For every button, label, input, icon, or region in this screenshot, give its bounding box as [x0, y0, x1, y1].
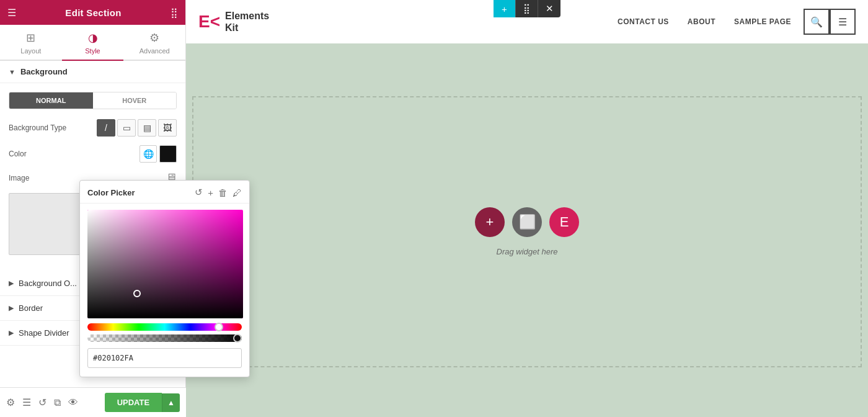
left-panel: ☰ Edit Section ⣿ ⊞ Layout ◑ Style ⚙ Adva… — [0, 0, 186, 417]
nav-sample-page[interactable]: SAMPLE PAGE — [734, 17, 791, 26]
chevron-down-icon: ▼ — [9, 68, 16, 76]
page-container: + ⬜ E Drag widget here — [192, 96, 862, 367]
hue-slider[interactable] — [87, 323, 185, 331]
background-type-options: / ▭ ▤ 🖼 — [97, 119, 177, 137]
chevron-right-icon-2: ▶ — [9, 304, 14, 312]
bg-type-gradient[interactable]: ▤ — [138, 119, 156, 137]
chevron-right-icon: ▶ — [9, 279, 14, 287]
logo-text: ElementsKit — [225, 10, 269, 34]
normal-hover-tabs: NORMAL HOVER — [9, 92, 177, 109]
color-controls: 🌐 — [140, 145, 177, 163]
color-swatch[interactable] — [159, 145, 177, 163]
widget-buttons: + ⬜ E — [475, 207, 579, 237]
panel-title: Edit Section — [65, 7, 121, 18]
normal-tab[interactable]: NORMAL — [9, 92, 93, 109]
hover-tab[interactable]: HOVER — [93, 92, 177, 109]
nav-links: CONTACT US ABOUT SAMPLE PAGE — [618, 17, 791, 26]
chevron-right-icon-3: ▶ — [9, 329, 14, 337]
color-globe-btn[interactable]: 🌐 — [140, 145, 157, 163]
tab-advanced[interactable]: ⚙ Advanced — [123, 25, 185, 61]
settings-icon[interactable]: ⚙ — [6, 397, 15, 408]
float-add-btn[interactable]: + — [494, 0, 516, 17]
color-picker-title: Color Picker — [87, 188, 135, 197]
layout-icon: ⊞ — [26, 31, 35, 45]
nav-icons: 🔍 ☰ — [804, 9, 856, 35]
bg-type-none[interactable]: / — [97, 119, 115, 137]
layers-icon[interactable]: ☰ — [22, 397, 31, 408]
bottom-bar: ⚙ ☰ ↺ ⧉ 👁 UPDATE ▲ — [0, 387, 186, 417]
add-widget-btn[interactable]: + — [475, 207, 505, 237]
nav-about[interactable]: ABOUT — [688, 17, 715, 26]
color-cursor — [133, 290, 141, 297]
tab-layout[interactable]: ⊞ Layout — [0, 25, 62, 61]
menu-icon[interactable]: ☰ — [7, 7, 16, 19]
bg-type-image[interactable]: 🖼 — [158, 119, 177, 137]
history-icon[interactable]: ↺ — [38, 397, 46, 408]
color-canvas-wrapper[interactable] — [87, 210, 185, 318]
tab-style[interactable]: ◑ Style — [62, 25, 124, 61]
style-icon: ◑ — [88, 31, 98, 45]
advanced-icon: ⚙ — [149, 31, 159, 45]
canvas-gradient — [87, 210, 185, 318]
update-btn-group: UPDATE ▲ — [105, 393, 180, 412]
widget-drag-area: + ⬜ E Drag widget here — [193, 97, 861, 366]
background-type-label: Background Type — [9, 123, 97, 132]
panel-tabs: ⊞ Layout ◑ Style ⚙ Advanced — [0, 25, 185, 61]
drag-label: Drag widget here — [497, 247, 558, 256]
canvas-area: E< ElementsKit CONTACT US ABOUT SAMPLE P… — [186, 0, 868, 417]
hex-input[interactable] — [87, 348, 185, 368]
alpha-slider[interactable] — [87, 334, 185, 342]
background-type-row: Background Type / ▭ ▤ 🖼 — [9, 119, 177, 137]
panel-header: ☰ Edit Section ⣿ — [0, 0, 185, 25]
search-icon-btn[interactable]: 🔍 — [804, 9, 830, 35]
preview-icon[interactable]: 👁 — [68, 397, 78, 408]
float-move-btn[interactable]: ⣿ — [516, 0, 538, 17]
color-label: Color — [9, 150, 140, 158]
color-picker-header: Color Picker ↺ + 🗑 🖊 — [80, 181, 185, 204]
float-toolbar: + ⣿ ✕ — [494, 0, 560, 17]
responsive-icon[interactable]: ⧉ — [54, 397, 61, 408]
menu-icon-btn[interactable]: ☰ — [830, 9, 856, 35]
bg-type-classic[interactable]: ▭ — [117, 119, 136, 137]
color-row: Color 🌐 — [9, 145, 177, 163]
color-canvas[interactable] — [87, 210, 185, 318]
panel-content: ▼ Background NORMAL HOVER Background Typ… — [0, 61, 185, 417]
nav-contact-us[interactable]: CONTACT US — [618, 17, 669, 26]
folder-widget-btn[interactable]: ⬜ — [512, 207, 542, 237]
float-close-btn[interactable]: ✕ — [538, 0, 560, 17]
logo-icon: E< — [198, 12, 220, 32]
update-arrow-button[interactable]: ▲ — [162, 393, 180, 412]
update-button[interactable]: UPDATE — [105, 393, 162, 412]
grid-icon[interactable]: ⣿ — [170, 7, 178, 19]
bottom-bar-icons: ⚙ ☰ ↺ ⧉ 👁 — [6, 397, 78, 408]
nav-logo: E< ElementsKit — [198, 10, 269, 34]
background-section-heading[interactable]: ▼ Background — [0, 61, 185, 83]
ek-widget-btn[interactable]: E — [549, 207, 579, 237]
color-picker-popup: Color Picker ↺ + 🗑 🖊 — [79, 180, 185, 377]
